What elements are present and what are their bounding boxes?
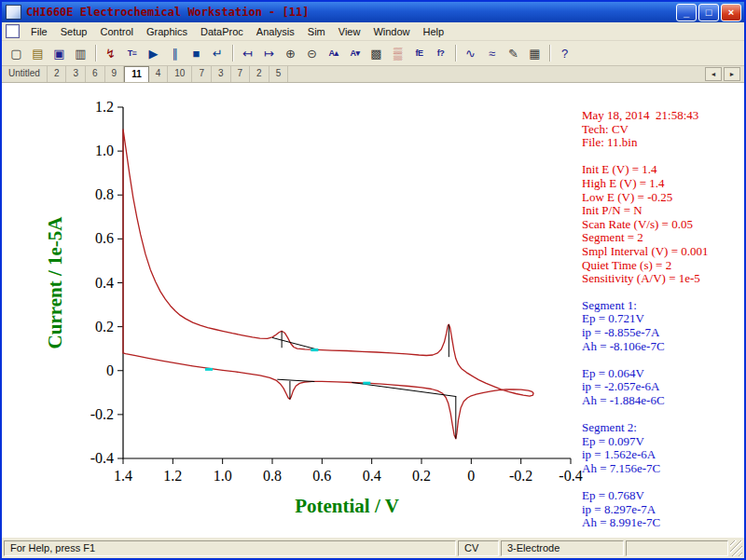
maximize-button[interactable]: □	[698, 4, 719, 21]
annotate-icon[interactable]: ✎	[503, 43, 524, 63]
info-line: Tech: CV	[582, 123, 744, 137]
info-line: ip = -2.057e-6A	[582, 380, 744, 394]
tab-11[interactable]: 11	[124, 66, 149, 82]
menu-window[interactable]: Window	[366, 24, 416, 39]
next-data-icon[interactable]: ↦	[258, 43, 280, 63]
tab-bar: Untitled23691141073725 ◄ ►	[2, 66, 744, 83]
y-tick-label: 1.2	[95, 99, 114, 115]
info-line: Sensitivity (A/V) = 1e-5	[582, 272, 744, 286]
formula-fq-icon[interactable]: f?	[430, 43, 451, 63]
derivative-icon[interactable]: ≈	[481, 43, 503, 63]
open-file-icon[interactable]: ▤	[27, 43, 48, 63]
info-line: Quiet Time (s) = 2	[582, 259, 744, 273]
axes	[123, 107, 571, 458]
pause-icon[interactable]: ∥	[164, 43, 186, 63]
tab-2[interactable]: 2	[250, 66, 269, 82]
info-line	[582, 407, 744, 421]
info-line: High E (V) = 1.4	[582, 177, 744, 191]
new-file-icon[interactable]: ▢	[6, 43, 27, 63]
tab-scroll-arrows: ◄ ►	[703, 66, 744, 82]
info-line: Segment 2:	[582, 421, 744, 435]
tab-5[interactable]: 5	[269, 66, 289, 82]
tab-4[interactable]: 4	[149, 66, 169, 82]
info-line: ip = 8.297e-7A	[582, 503, 744, 517]
overlay-plots-icon[interactable]: ▦	[524, 43, 546, 63]
x-tick-label: -0.4	[559, 468, 582, 484]
info-line: Segment 1:	[582, 299, 744, 313]
close-button[interactable]: ×	[721, 4, 741, 21]
x-axis-title: Potential / V	[295, 495, 399, 517]
graph-options-icon[interactable]: ▒	[387, 43, 408, 63]
x-tick-label: 0.8	[263, 468, 282, 484]
save-icon[interactable]: ▣	[48, 43, 70, 63]
child-window-icon[interactable]	[6, 24, 20, 38]
minimize-button[interactable]: _	[676, 4, 697, 21]
info-line: Ep = 0.097V	[582, 435, 744, 449]
smooth-icon[interactable]: ∿	[460, 43, 481, 63]
info-line	[582, 353, 744, 367]
tab-scroll-left-button[interactable]: ◄	[705, 67, 722, 81]
menu-dataproc[interactable]: DataProc	[194, 24, 250, 39]
context-help-icon[interactable]: ?	[554, 43, 575, 63]
x-tick-label: -0.2	[509, 468, 532, 484]
menu-help[interactable]: Help	[417, 24, 451, 39]
tab-2[interactable]: 2	[48, 66, 67, 82]
info-line: ip = -8.855e-7A	[582, 326, 744, 340]
menu-analysis[interactable]: Analysis	[250, 24, 301, 39]
tab-6[interactable]: 6	[86, 66, 105, 82]
peak-results: Segment 1:Ep = 0.721Vip = -8.855e-7AAh =…	[582, 299, 744, 530]
print-icon[interactable]: ▥	[70, 43, 91, 63]
y-tick-label: 0.2	[95, 319, 114, 335]
menu-view[interactable]: View	[332, 24, 367, 39]
zoom-in-icon[interactable]: ⊕	[280, 43, 301, 63]
menu-file[interactable]: File	[24, 24, 54, 39]
info-line: May 18, 2014 21:58:43	[582, 109, 744, 123]
technique-icon[interactable]: ↯	[100, 43, 121, 63]
resize-grip[interactable]	[730, 540, 742, 556]
status-help-text: For Help, press F1	[4, 540, 456, 556]
parameters-icon[interactable]: T≡	[121, 43, 143, 63]
tab-10[interactable]: 10	[168, 66, 192, 82]
status-bar: For Help, press F1 CV 3-Electrode	[2, 537, 744, 558]
title-bar[interactable]: CHI660E Electrochemical Workstation - [1…	[2, 2, 744, 22]
data-listing-icon[interactable]: ▩	[366, 43, 387, 63]
tab-9[interactable]: 9	[105, 66, 125, 82]
x-tick-label: 1.4	[114, 468, 132, 484]
cursor-mark	[311, 348, 318, 351]
y-tick-label: 0.8	[95, 186, 114, 202]
toolbar-separator	[95, 45, 96, 61]
formula-fe-icon[interactable]: fE	[408, 43, 430, 63]
stop-icon[interactable]: ■	[186, 43, 207, 63]
tab-7[interactable]: 7	[231, 66, 251, 82]
tab-3[interactable]: 3	[66, 66, 86, 82]
menu-control[interactable]: Control	[93, 24, 139, 39]
cv-curve	[123, 130, 533, 439]
previous-data-icon[interactable]: ↤	[237, 43, 258, 63]
info-line: ip = 1.562e-6A	[582, 448, 744, 462]
status-empty-panel	[626, 540, 728, 556]
menu-bar: FileSetupControlGraphicsDataProcAnalysis…	[2, 22, 744, 41]
info-line	[582, 150, 744, 164]
y-tick-label: -0.4	[90, 450, 114, 466]
info-line: File: 11.bin	[582, 136, 744, 150]
app-window: CHI660E Electrochemical Workstation - [1…	[0, 0, 746, 560]
menu-graphics[interactable]: Graphics	[140, 24, 194, 39]
tab-7[interactable]: 7	[192, 66, 212, 82]
peak-cathodic-icon[interactable]: A▾	[344, 43, 366, 63]
tab-3[interactable]: 3	[212, 66, 231, 82]
manual-scale-icon[interactable]: ⊝	[301, 43, 323, 63]
tab-untitled[interactable]: Untitled	[2, 66, 48, 82]
info-line: Init P/N = N	[582, 204, 744, 218]
run-icon[interactable]: ▶	[143, 43, 164, 63]
x-tick-label: 0	[467, 468, 475, 484]
reverse-scan-icon[interactable]: ↵	[207, 43, 228, 63]
tabs: Untitled23691141073725	[2, 66, 288, 82]
info-panel: May 18, 2014 21:58:43Tech: CVFile: 11.bi…	[582, 109, 744, 530]
y-tick-label: 0.6	[95, 230, 114, 246]
y-tick-label: 0.4	[95, 275, 114, 291]
menu-sim[interactable]: Sim	[301, 24, 332, 39]
window-title: CHI660E Electrochemical Workstation - [1…	[26, 6, 674, 19]
tab-scroll-right-button[interactable]: ►	[724, 67, 740, 81]
menu-setup[interactable]: Setup	[54, 24, 94, 39]
peak-anodic-icon[interactable]: A▴	[323, 43, 344, 63]
